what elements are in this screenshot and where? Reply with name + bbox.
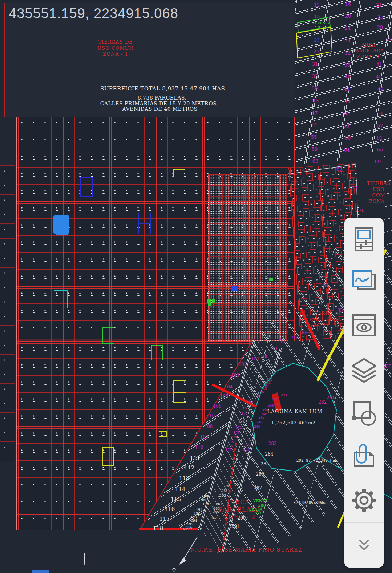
parcel-marker <box>32 570 49 573</box>
layers-icon <box>350 356 378 384</box>
map-label: 69 <box>375 159 381 165</box>
map-label: 76 <box>359 208 365 214</box>
right-toolbar <box>344 218 384 568</box>
visibility-icon <box>350 312 378 340</box>
visibility-button[interactable] <box>350 312 378 340</box>
settings-gear-icon <box>350 487 378 514</box>
more-tools-button[interactable] <box>350 530 378 558</box>
slanted-parcels-top-right <box>295 0 392 172</box>
cad-viewer: TIERRAS DE USO COMUN ZONA - 1SUPERFICIE … <box>0 0 392 573</box>
views-button[interactable] <box>350 267 378 294</box>
attachment-button[interactable] <box>350 443 378 471</box>
cursor-coordinates: 435551.159, 2234915.068 <box>9 6 178 21</box>
chevron-double-down-icon <box>350 530 378 558</box>
sheet-settings-button[interactable] <box>350 226 378 253</box>
toolbar-divider <box>344 522 384 523</box>
views-icon <box>350 267 378 294</box>
settings-button[interactable] <box>350 487 378 514</box>
measure-icon <box>350 399 378 427</box>
sheet-settings-icon <box>350 226 378 253</box>
layers-button[interactable] <box>350 356 378 384</box>
parcel-grid-edge-strip <box>0 165 15 461</box>
parcel-grid-dense <box>208 174 288 341</box>
measure-button[interactable] <box>350 399 378 427</box>
attachment-icon <box>350 443 378 471</box>
